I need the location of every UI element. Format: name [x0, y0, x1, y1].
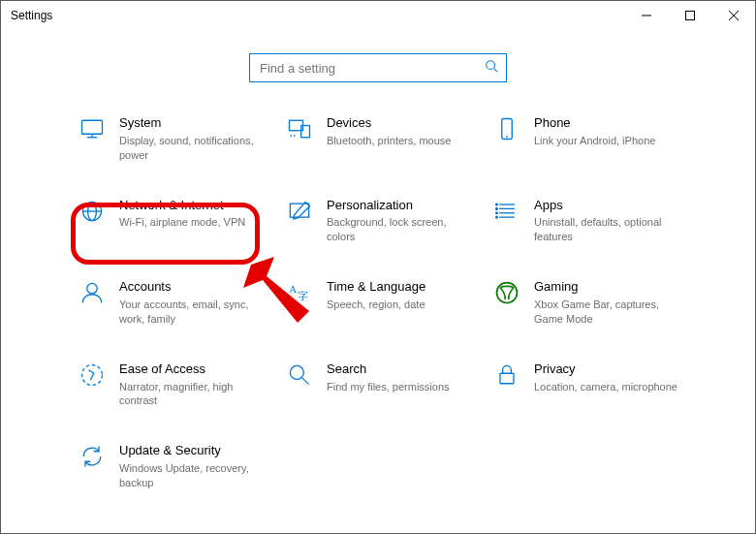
tile-title: Network & Internet	[119, 198, 245, 214]
minimize-button[interactable]	[624, 1, 668, 30]
svg-line-33	[302, 377, 309, 384]
maximize-icon	[685, 11, 695, 20]
tile-desc: Wi-Fi, airplane mode, VPN	[119, 215, 245, 230]
search-tile-icon	[286, 361, 313, 389]
tile-title: Gaming	[534, 279, 677, 296]
ease-of-access-icon	[79, 361, 106, 389]
tile-title: Update & Security	[119, 443, 263, 459]
privacy-icon	[493, 361, 520, 389]
tile-network[interactable]: Network & Internet Wi-Fi, airplane mode,…	[77, 194, 265, 249]
tile-desc: Speech, region, date	[327, 298, 425, 312]
search-box[interactable]	[249, 53, 507, 82]
svg-line-5	[494, 69, 498, 73]
tile-desc: Your accounts, email, sync, work, family	[119, 298, 263, 327]
tile-title: Devices	[327, 115, 451, 132]
search-row	[1, 53, 755, 82]
devices-icon	[286, 115, 313, 142]
svg-point-31	[82, 364, 103, 385]
tile-desc: Bluetooth, printers, mouse	[327, 134, 451, 148]
tile-title: Privacy	[534, 361, 677, 378]
tile-update-security[interactable]: Update & Security Windows Update, recove…	[77, 439, 265, 494]
svg-point-11	[290, 135, 292, 137]
tile-desc: Display, sound, notifications, power	[119, 134, 263, 163]
svg-point-23	[496, 204, 498, 205]
window-controls	[624, 1, 755, 30]
tile-apps[interactable]: Apps Uninstall, defaults, optional featu…	[491, 194, 679, 249]
svg-point-27	[87, 284, 98, 295]
tile-desc: Find my files, permissions	[327, 380, 450, 394]
tile-time-language[interactable]: A字 Time & Language Speech, region, date	[284, 275, 472, 330]
tile-desc: Link your Android, iPhone	[534, 134, 655, 148]
tile-title: Phone	[534, 115, 655, 132]
svg-text:A: A	[290, 284, 298, 295]
search-icon	[485, 59, 498, 77]
maximize-button[interactable]	[668, 1, 711, 30]
network-icon	[79, 198, 106, 225]
gaming-icon	[493, 279, 520, 306]
tile-desc: Location, camera, microphone	[534, 380, 677, 394]
tile-title: Search	[327, 361, 450, 378]
accounts-icon	[79, 279, 106, 306]
tile-desc: Background, lock screen, colors	[327, 215, 470, 244]
tile-desc: Windows Update, recovery, backup	[119, 461, 263, 490]
tile-accounts[interactable]: Accounts Your accounts, email, sync, wor…	[77, 275, 265, 330]
settings-grid: System Display, sound, notifications, po…	[1, 111, 755, 494]
tile-devices[interactable]: Devices Bluetooth, printers, mouse	[284, 111, 472, 167]
tile-gaming[interactable]: Gaming Xbox Game Bar, captures, Game Mod…	[491, 275, 679, 330]
tile-desc: Narrator, magnifier, high contrast	[119, 380, 263, 409]
titlebar: Settings	[1, 1, 755, 30]
time-language-icon: A字	[286, 279, 313, 306]
search-input[interactable]	[258, 60, 485, 77]
tile-title: Time & Language	[327, 279, 425, 296]
tile-title: Ease of Access	[119, 361, 263, 378]
tile-system[interactable]: System Display, sound, notifications, po…	[77, 111, 265, 167]
tile-ease-of-access[interactable]: Ease of Access Narrator, magnifier, high…	[77, 358, 265, 413]
svg-rect-1	[685, 12, 694, 20]
svg-point-12	[294, 135, 296, 137]
minimize-icon	[642, 11, 651, 20]
tile-phone[interactable]: Phone Link your Android, iPhone	[491, 111, 679, 167]
tile-title: Apps	[534, 198, 677, 214]
tile-title: Personalization	[327, 198, 470, 214]
tile-desc: Xbox Game Bar, captures, Game Mode	[534, 298, 677, 327]
svg-point-25	[496, 211, 498, 213]
svg-point-32	[290, 365, 303, 379]
svg-point-14	[506, 136, 508, 138]
tile-privacy[interactable]: Privacy Location, camera, microphone	[491, 358, 679, 413]
svg-point-24	[496, 207, 498, 209]
personalization-icon	[286, 198, 313, 225]
tile-search[interactable]: Search Find my files, permissions	[284, 358, 472, 413]
svg-rect-6	[82, 120, 103, 134]
svg-text:字: 字	[298, 290, 308, 301]
tile-title: Accounts	[119, 279, 263, 296]
phone-icon	[493, 115, 520, 142]
close-button[interactable]	[711, 1, 755, 30]
window-title: Settings	[11, 9, 52, 22]
tile-desc: Uninstall, defaults, optional features	[534, 215, 677, 244]
svg-point-4	[487, 61, 495, 70]
svg-point-26	[496, 216, 498, 218]
svg-rect-34	[500, 373, 514, 384]
system-icon	[79, 115, 106, 142]
update-security-icon	[79, 443, 106, 470]
tile-personalization[interactable]: Personalization Background, lock screen,…	[284, 194, 472, 249]
tile-title: System	[119, 115, 263, 132]
apps-icon	[493, 198, 520, 225]
close-icon	[729, 11, 739, 20]
